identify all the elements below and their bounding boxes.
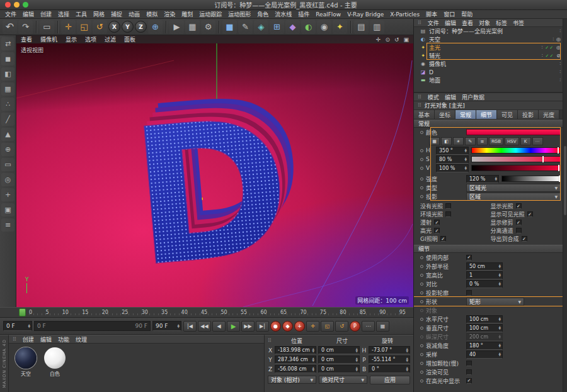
intensity-field[interactable]: 120 %▲▼ — [466, 175, 499, 183]
rotation-field[interactable]: 0 ° ▲▼ — [369, 365, 410, 373]
add-cube-icon[interactable]: ■ — [222, 20, 237, 34]
object-label[interactable]: 订阅号：种梦——全局光案例 — [429, 27, 557, 35]
picker-icon[interactable]: ✎ — [465, 137, 476, 145]
spinner-icon[interactable]: ▲▼ — [499, 264, 501, 269]
attribute-menu-item[interactable]: 编辑 — [445, 93, 456, 101]
apply-button[interactable]: 应用 — [370, 376, 410, 384]
lock-icon[interactable]: ▣ — [1, 203, 14, 216]
anim-dot-icon[interactable] — [420, 177, 423, 181]
object-label[interactable]: 天空 — [429, 35, 550, 43]
menu-item[interactable]: 渲染 — [164, 10, 175, 18]
panel-grip-icon[interactable]: ⠿ — [418, 94, 421, 100]
lock-z-icon[interactable]: Z — [135, 21, 147, 33]
option-checkbox[interactable] — [516, 228, 522, 233]
viewport-menu-item[interactable]: 查看 — [21, 35, 32, 43]
panel-scrollbar[interactable] — [563, 19, 567, 392]
viewport-menu-item[interactable]: 面板 — [124, 35, 135, 43]
anim-dot-icon[interactable] — [420, 300, 423, 303]
timeline-tick[interactable]: 35 — [161, 310, 168, 315]
menu-item[interactable]: 帮助 — [461, 10, 472, 18]
add-deformer-icon[interactable]: ◆ — [285, 20, 300, 34]
size-field[interactable]: 0 cm ▲▼ — [318, 346, 360, 354]
playhead-marker[interactable] — [19, 308, 26, 316]
zoom-window-icon[interactable] — [23, 2, 28, 8]
detail-field[interactable]: 50 cm ▲▼ — [466, 262, 503, 271]
position-field[interactable]: -183.998 cm ▲▼ — [275, 346, 316, 354]
value-slider[interactable] — [471, 165, 561, 171]
detail-field[interactable]: 200 cm ▲▼ — [466, 333, 503, 341]
timeline-tick[interactable]: 75 — [320, 310, 326, 315]
spinner-icon[interactable]: ▲▼ — [406, 348, 408, 352]
layer-dots-icon[interactable]: ∶ — [553, 36, 554, 42]
option-checkbox[interactable] — [445, 203, 451, 209]
spinner-icon[interactable]: ▲▼ — [499, 344, 501, 348]
autokey-button[interactable]: ◆ — [282, 321, 293, 332]
play-button[interactable]: ▶ — [227, 321, 240, 332]
color-swatch[interactable] — [466, 129, 561, 135]
rotate-view-icon[interactable]: ↺ — [394, 36, 399, 43]
anim-dot-icon[interactable] — [420, 309, 423, 312]
add-light-icon[interactable]: ✦ — [333, 20, 347, 34]
timeline-tick[interactable]: 10 — [62, 310, 69, 315]
object-label[interactable]: 辅光 — [429, 52, 539, 60]
anim-dot-icon[interactable] — [420, 167, 423, 170]
spinner-icon[interactable]: ▲▼ — [406, 357, 408, 362]
option-checkbox[interactable] — [445, 211, 451, 217]
scale-tool-icon[interactable]: ◱ — [77, 20, 91, 34]
next-frame-button[interactable]: ▶▶ — [241, 321, 255, 332]
menu-item[interactable]: 编辑 — [23, 10, 34, 18]
spinner-icon[interactable]: ▲▼ — [465, 148, 467, 153]
anim-dot-icon[interactable] — [420, 353, 423, 356]
axis-mode-icon[interactable]: ⊕ — [1, 143, 14, 156]
timeline-tick[interactable]: 5 — [45, 310, 49, 315]
anim-dot-icon[interactable] — [420, 327, 423, 330]
enabled-check-icon[interactable]: ✓✓ — [545, 45, 554, 50]
timeline-tick[interactable]: 70 — [300, 310, 306, 315]
key-pla-button[interactable]: ⋯ — [362, 321, 375, 332]
coordinate-system-icon[interactable]: ⊕ — [148, 20, 163, 34]
magnet-icon[interactable]: + — [1, 188, 14, 201]
timeline-tick[interactable]: 65 — [280, 310, 287, 315]
rotation-field[interactable]: -55.114 ° ▲▼ — [369, 356, 410, 364]
pan-view-icon[interactable]: ✛ — [376, 36, 381, 43]
add-environment-icon[interactable]: ◐ — [301, 20, 316, 34]
saturation-slider[interactable] — [471, 156, 561, 162]
timeline-tick[interactable]: 0 — [29, 310, 32, 315]
close-window-icon[interactable] — [5, 2, 11, 8]
coordinate-mode-dropdown[interactable]: 对象 (相对)▼ — [268, 376, 316, 384]
detail-field[interactable]: 100 cm ▲▼ — [466, 315, 503, 323]
snap-icon[interactable]: ◎ — [1, 173, 14, 186]
key-scale-button[interactable]: ◱ — [321, 321, 334, 332]
detail-checkbox[interactable] — [466, 369, 472, 375]
spinner-icon[interactable]: ▲▼ — [356, 357, 358, 362]
spinner-icon[interactable]: ▲▼ — [499, 335, 501, 339]
render-picture-icon[interactable]: ▦ — [185, 20, 200, 34]
menu-item[interactable]: X-Particles — [390, 11, 420, 18]
rgb-mode-button[interactable]: RGB — [489, 137, 503, 145]
section-header-detail[interactable]: 细节 — [414, 245, 567, 253]
more-icon[interactable]: ⋯ — [532, 137, 543, 145]
spinner-icon[interactable]: ▲▼ — [406, 367, 408, 371]
spinner-icon[interactable]: ▲▼ — [312, 348, 314, 352]
object-label[interactable]: 摄像机 — [429, 60, 557, 68]
anim-dot-icon[interactable] — [420, 274, 423, 277]
material-preview-sphere[interactable] — [15, 347, 37, 369]
spinner-icon[interactable]: ▲▼ — [499, 317, 501, 322]
zoom-view-icon[interactable]: ⊙ — [385, 36, 390, 43]
intensity-slider[interactable] — [501, 176, 561, 182]
anim-dot-icon[interactable] — [420, 265, 423, 268]
letter-d-object[interactable]: D D D D D D — [108, 82, 316, 307]
object-menu-item[interactable]: 文件 — [428, 19, 439, 27]
saturation-field[interactable]: 80 %▲▼ — [436, 155, 469, 164]
spinner-icon[interactable]: ▲▼ — [499, 352, 501, 357]
detail-checkbox[interactable] — [466, 361, 472, 366]
attribute-tab[interactable]: 常规 — [455, 110, 476, 119]
object-row[interactable]: ◉ 摄像机 ∶ ✓✓ — [414, 60, 567, 68]
add-generator-icon[interactable]: ◈ — [254, 20, 268, 34]
detail-checkbox[interactable] — [466, 378, 472, 384]
size-mode-dropdown[interactable]: 绝对尺寸▼ — [319, 376, 367, 384]
timeline-tick[interactable]: 55 — [241, 310, 247, 315]
value-field[interactable]: 100 %▲▼ — [436, 164, 469, 172]
viewport-menu-item[interactable]: 显示 — [66, 35, 77, 43]
undo-icon[interactable]: ↶ — [3, 20, 17, 34]
